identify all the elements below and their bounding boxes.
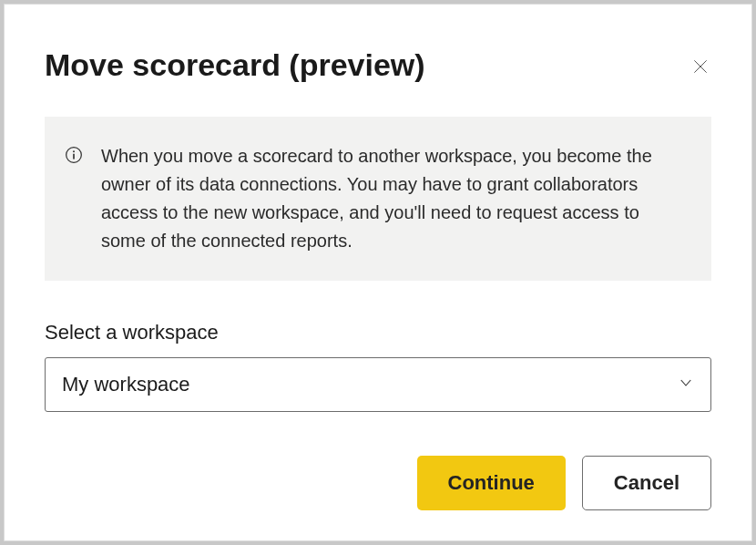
chevron-down-icon bbox=[678, 373, 694, 396]
workspace-selected-value: My workspace bbox=[62, 373, 190, 396]
dialog-footer: Continue Cancel bbox=[45, 456, 711, 510]
continue-button[interactable]: Continue bbox=[417, 456, 566, 510]
svg-rect-2 bbox=[73, 154, 75, 159]
svg-point-1 bbox=[73, 150, 75, 152]
workspace-select[interactable]: My workspace bbox=[45, 357, 711, 412]
close-icon bbox=[691, 57, 710, 78]
dialog-header: Move scorecard (preview) bbox=[45, 46, 711, 84]
close-button[interactable] bbox=[686, 52, 715, 84]
cancel-button[interactable]: Cancel bbox=[582, 456, 711, 510]
workspace-select-wrapper: My workspace bbox=[45, 357, 711, 412]
dialog-title: Move scorecard (preview) bbox=[45, 46, 425, 84]
info-text: When you move a scorecard to another wor… bbox=[101, 142, 684, 255]
info-banner: When you move a scorecard to another wor… bbox=[45, 117, 711, 281]
workspace-label: Select a workspace bbox=[45, 321, 711, 344]
info-icon bbox=[65, 146, 83, 255]
move-scorecard-dialog: Move scorecard (preview) When you move a… bbox=[4, 4, 752, 541]
